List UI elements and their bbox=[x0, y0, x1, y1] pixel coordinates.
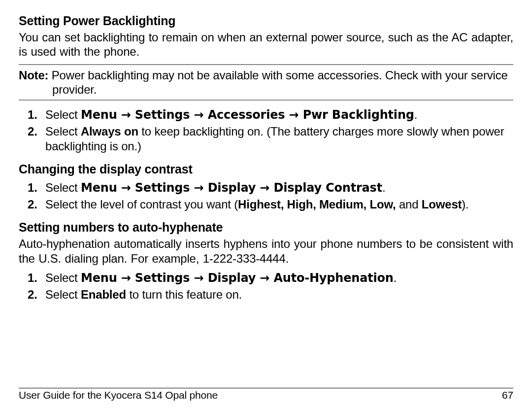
step-2: Select Enabled to turn this feature on. bbox=[19, 287, 513, 302]
heading-auto-hyphenate: Setting numbers to auto-hyphenate bbox=[19, 220, 513, 235]
step-mid: and bbox=[396, 198, 421, 211]
bold-term: Highest, High, Medium, Low, bbox=[238, 198, 396, 211]
note-label: Note: bbox=[19, 68, 48, 82]
bold-term: Always on bbox=[81, 125, 138, 138]
note-text: Note: Power backlighting may not be avai… bbox=[19, 68, 513, 97]
steps-auto-hyphenate: Select Menu → Settings → Display → Auto-… bbox=[19, 271, 513, 302]
bold-term: Enabled bbox=[81, 288, 126, 301]
step-1: Select Menu → Settings → Accessories → P… bbox=[19, 107, 513, 122]
step-after: . bbox=[394, 271, 397, 284]
page-number: 67 bbox=[502, 389, 513, 401]
heading-display-contrast: Changing the display contrast bbox=[19, 162, 513, 176]
note-body: Power backlighting may not be available … bbox=[48, 68, 507, 96]
note-box: Note: Power backlighting may not be avai… bbox=[19, 64, 513, 101]
menu-path: Menu → Settings → Display → Auto-Hyphena… bbox=[81, 271, 394, 285]
heading-power-backlighting: Setting Power Backlighting bbox=[19, 14, 513, 28]
step-after: . bbox=[382, 181, 385, 194]
steps-power-backlighting: Select Menu → Settings → Accessories → P… bbox=[19, 107, 513, 153]
bold-term2: Lowest bbox=[422, 198, 462, 211]
step-after: ). bbox=[462, 198, 468, 211]
step-text: Select bbox=[45, 125, 81, 138]
menu-path: Menu → Settings → Display → Display Cont… bbox=[81, 181, 382, 195]
step-2: Select the level of contrast you want (H… bbox=[19, 197, 513, 211]
page-footer: User Guide for the Kyocera S14 Opal phon… bbox=[19, 388, 513, 401]
step-text: Select bbox=[45, 108, 81, 121]
footer-rule bbox=[19, 388, 513, 388]
para-power-backlighting: You can set backlighting to remain on wh… bbox=[19, 30, 513, 59]
para-auto-hyphenate: Auto-hyphenation automatically inserts h… bbox=[19, 237, 513, 266]
step-2: Select Always on to keep backlighting on… bbox=[19, 124, 513, 153]
step-after: . bbox=[414, 108, 417, 121]
step-text: Select the level of contrast you want ( bbox=[45, 198, 238, 211]
menu-path: Menu → Settings → Accessories → Pwr Back… bbox=[81, 108, 414, 122]
step-text: Select bbox=[45, 181, 81, 194]
footer-title: User Guide for the Kyocera S14 Opal phon… bbox=[19, 389, 218, 401]
step-text: Select bbox=[45, 288, 81, 301]
step-1: Select Menu → Settings → Display → Auto-… bbox=[19, 271, 513, 285]
step-1: Select Menu → Settings → Display → Displ… bbox=[19, 180, 513, 195]
steps-display-contrast: Select Menu → Settings → Display → Displ… bbox=[19, 180, 513, 212]
step-after: to turn this feature on. bbox=[126, 288, 242, 301]
step-text: Select bbox=[45, 271, 81, 284]
